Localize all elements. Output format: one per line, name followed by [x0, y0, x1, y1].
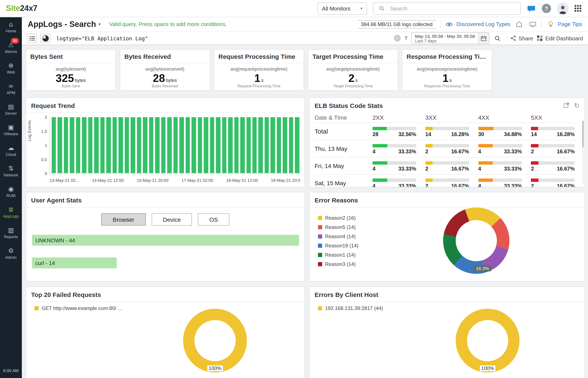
stat-card-request-processing[interactable]: Request Processing Time avg(requestproce… [214, 49, 304, 91]
discovered-log-types-link[interactable]: Discovered Log Types [445, 20, 510, 29]
user-avatar[interactable] [557, 2, 569, 14]
tab-device[interactable]: Device [151, 213, 192, 226]
open-in-new-icon[interactable] [563, 102, 569, 109]
trend-bar[interactable] [76, 117, 80, 173]
stat-card-bytes-received[interactable]: Bytes Received avg(bytesreceived) 28byte… [120, 49, 210, 91]
sidebar-item-rum[interactable]: ◉RUM [0, 181, 22, 202]
refresh-icon[interactable]: ↻ [574, 102, 580, 110]
chat-support-icon[interactable] [527, 4, 536, 13]
legend-item[interactable]: Reason3 (14) [318, 259, 359, 269]
trend-bar[interactable] [216, 117, 220, 173]
edit-dashboard-button[interactable]: Edit Dashboard [537, 35, 583, 41]
trend-bar[interactable] [113, 117, 117, 173]
trend-bar[interactable] [155, 117, 159, 173]
trend-bar[interactable] [234, 117, 239, 173]
search-input[interactable] [389, 5, 516, 12]
trend-bar[interactable] [137, 117, 141, 173]
legend-item[interactable]: Reason5 (14) [318, 223, 359, 232]
sidebar-item-home[interactable]: ⌂Home [0, 17, 22, 37]
trend-bar[interactable] [70, 117, 74, 173]
tab-os[interactable]: OS [198, 213, 229, 226]
page-tips-link[interactable]: Page Tips [546, 20, 582, 29]
trend-bar[interactable] [167, 117, 172, 173]
sidebar-item-reports[interactable]: ▥Reports [0, 223, 22, 243]
sidebar-item-server[interactable]: ▤Server [0, 99, 22, 120]
query-input[interactable]: logtype="ELB Application Log" [56, 35, 148, 41]
legend-item[interactable]: Reason1 (14) [318, 250, 359, 259]
trend-bar[interactable] [246, 117, 251, 173]
sidebar-item-cloud[interactable]: ☁Cloud [0, 140, 22, 161]
trend-bar[interactable] [149, 117, 154, 173]
trend-bar[interactable] [228, 117, 232, 173]
title-caret-icon[interactable]: ▾ [98, 22, 101, 27]
home-view-icon[interactable] [514, 20, 524, 29]
stat-card-bytes-sent[interactable]: Bytes Sent avg(bytessent) 325bytes Bytes… [26, 49, 116, 91]
date-range-picker[interactable]: May 13, 05:58 - May 20, 05:58 Last 7 day… [411, 32, 489, 44]
panel-scrollbar[interactable] [582, 121, 584, 185]
trend-bar[interactable] [161, 117, 165, 173]
trend-bar[interactable] [222, 117, 226, 173]
sidebar-item-apm[interactable]: ∞APM [0, 79, 22, 99]
sidebar-item-admin[interactable]: ⚙Admin [0, 243, 22, 264]
agent-bar-unknown[interactable]: UNKNOWN - 44 [32, 235, 299, 246]
monitor-select[interactable]: All Monitors ▾ [317, 2, 367, 14]
trend-bar[interactable] [64, 117, 68, 173]
clear-query-icon[interactable]: × [394, 35, 401, 41]
legend-item[interactable]: GET http://www.example.com:80/ … [34, 304, 123, 313]
trend-bar[interactable] [100, 117, 105, 173]
trend-bar[interactable] [107, 117, 111, 173]
trend-bar[interactable] [119, 117, 123, 173]
trend-bar[interactable] [240, 117, 245, 173]
trend-bar[interactable] [258, 117, 263, 173]
trend-bar[interactable] [289, 117, 293, 173]
trend-bar[interactable] [253, 117, 257, 173]
legend-item[interactable]: 192.168.131.39:2817 (44) [318, 304, 383, 313]
trend-bar[interactable] [283, 117, 287, 173]
trend-bar[interactable] [179, 117, 184, 173]
trend-bar[interactable] [204, 117, 208, 173]
query-help-icon[interactable]: ? [404, 35, 408, 41]
trend-bar[interactable] [295, 117, 299, 173]
site24x7-logo[interactable]: Site24x7 [6, 4, 37, 13]
page-title[interactable]: AppLogs - Search [28, 20, 96, 29]
global-search[interactable] [373, 2, 521, 15]
agent-bar-curl[interactable]: curl - 14 [32, 257, 117, 268]
trend-bar[interactable] [94, 117, 99, 173]
stat-card-target-processing[interactable]: Target Processing Time avg(targetprocess… [308, 49, 398, 91]
trend-bar[interactable] [186, 117, 190, 173]
trend-bar[interactable] [191, 117, 196, 173]
trend-bar[interactable] [143, 117, 147, 173]
error-reasons-donut[interactable]: 16.3% [443, 207, 509, 274]
trend-bar[interactable] [265, 117, 269, 173]
plotter-icon[interactable] [528, 20, 537, 29]
stat-card-response-processing[interactable]: Response Processing Ti… avg(responseproc… [402, 49, 492, 91]
sidebar-item-web[interactable]: ⊕Web [0, 58, 22, 79]
share-button[interactable]: Share [510, 35, 533, 41]
trend-bar[interactable] [82, 117, 87, 173]
trend-bar[interactable] [173, 117, 178, 173]
sidebar-item-applogs[interactable]: ≣AppLogs [0, 202, 22, 223]
query-chart-view-icon[interactable] [40, 34, 50, 43]
sidebar-item-network[interactable]: ⇅Network [0, 161, 22, 181]
run-search-icon[interactable] [493, 34, 502, 43]
sidebar-item-vmware[interactable]: ▣VMware [0, 120, 22, 140]
trend-bar[interactable] [131, 117, 135, 173]
calendar-icon[interactable] [478, 33, 489, 44]
legend-item[interactable]: Reason19 (14) [318, 241, 359, 250]
help-icon[interactable]: ? [542, 4, 551, 13]
query-list-view-icon[interactable] [27, 34, 37, 43]
legend-item[interactable]: Reason4 (14) [318, 232, 359, 241]
tab-browser[interactable]: Browser [101, 213, 146, 226]
trend-bar[interactable] [58, 117, 62, 173]
trend-bar[interactable] [210, 117, 214, 173]
sidebar-item-alarms[interactable]: 31⚠Alarms [0, 37, 22, 58]
trend-bar[interactable] [198, 117, 202, 173]
apps-grid-icon[interactable] [575, 5, 581, 12]
trend-bar[interactable] [277, 117, 281, 173]
trend-bar[interactable] [88, 117, 93, 173]
legend-item[interactable]: Reason2 (16) [318, 213, 359, 223]
trend-bar[interactable] [52, 117, 56, 173]
client-host-donut[interactable]: 100% [456, 309, 520, 373]
failed-requests-donut[interactable]: 100% [183, 309, 247, 373]
trend-bar[interactable] [125, 117, 129, 173]
